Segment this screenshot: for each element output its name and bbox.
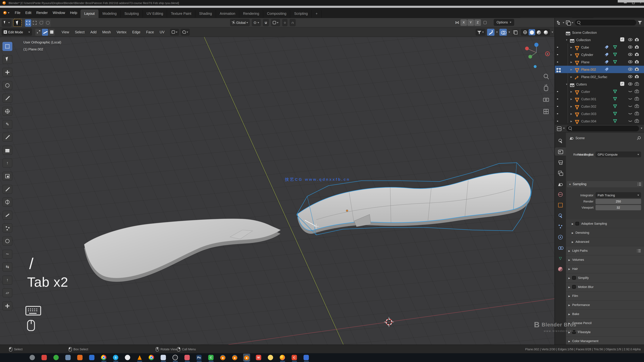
eye-closed-icon[interactable]: [628, 104, 632, 108]
expander-icon[interactable]: ▶: [570, 68, 574, 71]
taskbar-app-icon[interactable]: Ps: [196, 354, 202, 362]
section-checkbox[interactable]: [576, 222, 579, 226]
camera-disabled-icon[interactable]: [634, 111, 639, 116]
panel-section[interactable]: ▶ Performance: [566, 301, 644, 309]
panel-section[interactable]: ▶ Simplify: [566, 274, 644, 282]
panel-section[interactable]: ▶ Adaptive Sampling: [566, 219, 644, 228]
properties-tab[interactable]: [555, 169, 566, 177]
viewport-menu-item[interactable]: Edge: [130, 29, 143, 35]
workspace-tab[interactable]: Compositing: [263, 10, 290, 18]
presets-icon[interactable]: [637, 249, 641, 252]
workspace-tab[interactable]: Texture Paint: [167, 10, 196, 18]
workspace-tab[interactable]: +: [312, 10, 322, 18]
viewport-tool-button[interactable]: [2, 262, 12, 272]
proportional-editing-button[interactable]: ○: [282, 19, 288, 26]
taskbar-app-icon[interactable]: C: [207, 354, 214, 362]
taskbar-app-icon[interactable]: [64, 354, 72, 362]
menu-item[interactable]: Help: [68, 10, 80, 16]
properties-tab[interactable]: [555, 190, 566, 198]
viewport-tool-button[interactable]: [2, 107, 12, 116]
presets-icon[interactable]: [638, 182, 641, 186]
viewport-menu-item[interactable]: Select: [72, 29, 88, 35]
eye-open-icon[interactable]: [628, 67, 632, 72]
workspace-tab[interactable]: Rendering: [239, 10, 263, 18]
camera-disabled-icon[interactable]: [634, 96, 639, 101]
expander-icon[interactable]: ▶: [570, 46, 574, 48]
outliner-row[interactable]: ▶ Plane: [555, 58, 644, 66]
taskbar-app-icon[interactable]: [172, 354, 179, 362]
3d-viewport[interactable]: X: [0, 37, 555, 344]
viewport-tool-button[interactable]: [2, 185, 12, 194]
expander-icon[interactable]: ▼: [566, 39, 570, 41]
expander-icon[interactable]: ▼: [566, 83, 570, 86]
eye-open-icon[interactable]: [628, 60, 632, 64]
taskbar-app-icon[interactable]: [41, 354, 48, 362]
viewport-menu-item[interactable]: Face: [143, 29, 157, 35]
taskbar-app-icon[interactable]: [88, 354, 95, 362]
visibility-dropdown[interactable]: [476, 29, 486, 36]
eye-open-icon[interactable]: [628, 82, 632, 86]
properties-tab[interactable]: [555, 158, 566, 166]
outliner-display-mode-icon[interactable]: [557, 20, 561, 24]
shading-options-icon[interactable]: [552, 32, 553, 33]
outliner-row[interactable]: Scene Collection: [555, 29, 644, 36]
viewport-menu-item[interactable]: UV: [157, 29, 167, 35]
sampling-panel-header[interactable]: ▼ Sampling: [567, 181, 643, 187]
workspace-tab[interactable]: Animation: [216, 10, 239, 18]
properties-tab[interactable]: [555, 137, 566, 145]
panel-section[interactable]: ▶ Bake: [566, 310, 644, 318]
snap-extra-icon[interactable]: [483, 21, 487, 24]
active-tool-dropdown[interactable]: [2, 19, 12, 26]
viewport-menu-item[interactable]: Mesh: [100, 29, 114, 35]
properties-tab[interactable]: [555, 212, 566, 220]
menu-item[interactable]: File: [12, 10, 23, 16]
expander-icon[interactable]: ▶: [570, 105, 574, 108]
eye-open-icon[interactable]: [628, 37, 632, 42]
select-new-button[interactable]: [25, 19, 31, 26]
workspace-tab[interactable]: Layout: [80, 10, 99, 18]
eye-closed-icon[interactable]: [628, 111, 632, 116]
outliner-row[interactable]: ▶ Plane.002_Surfac: [555, 73, 644, 80]
object-name[interactable]: Cutter.002: [581, 104, 596, 108]
properties-tab[interactable]: [555, 201, 566, 209]
panel-section[interactable]: ▶ Freestyle: [566, 328, 644, 336]
camera-visibility-icon[interactable]: [634, 52, 639, 56]
outliner-row[interactable]: ▼ Cutters ✓: [555, 80, 644, 88]
field-dropdown[interactable]: GPU Compute: [596, 152, 641, 157]
outliner-row[interactable]: ▶ Cutter.002: [555, 103, 644, 110]
outliner-row[interactable]: ▼ Collection ✓: [555, 36, 644, 44]
viewport-tool-button[interactable]: [2, 210, 12, 220]
taskbar-app-icon[interactable]: [100, 354, 107, 362]
properties-filter-icon[interactable]: [641, 128, 642, 129]
viewport-tool-button[interactable]: [2, 250, 12, 258]
taskbar-app-icon[interactable]: [136, 354, 143, 362]
options-dropdown[interactable]: Options: [494, 19, 514, 26]
outliner-row[interactable]: ▶ Cutter.001: [555, 95, 644, 103]
panel-section[interactable]: ▶ Advanced: [566, 237, 644, 246]
edge-select-button[interactable]: [42, 28, 48, 36]
taskbar-app-icon[interactable]: [231, 354, 238, 362]
workspace-tab[interactable]: UV Editing: [143, 10, 167, 18]
viewport-menu-item[interactable]: View: [59, 29, 72, 35]
viewport-tool-button[interactable]: [2, 236, 12, 246]
eye-open-icon[interactable]: [628, 74, 632, 79]
eye-closed-icon[interactable]: [628, 96, 632, 101]
select-extend-button[interactable]: [32, 19, 38, 26]
taskbar-app-icon[interactable]: [29, 354, 36, 362]
camera-disabled-icon[interactable]: [634, 89, 639, 94]
object-name[interactable]: Cutter.001: [581, 97, 596, 101]
overlays-options-icon[interactable]: [508, 32, 510, 33]
expander-icon[interactable]: ▶: [570, 112, 574, 115]
properties-tab[interactable]: ▽: [555, 254, 566, 262]
taskbar-app-icon[interactable]: [219, 354, 226, 362]
select-invert-button[interactable]: [45, 19, 51, 26]
outliner-search-input[interactable]: [575, 20, 636, 26]
solid-shading-button[interactable]: [528, 29, 535, 35]
taskbar-app-icon[interactable]: [267, 354, 274, 362]
proportional-falloff-dropdown[interactable]: ∩: [290, 19, 296, 26]
camera-visibility-icon[interactable]: [634, 45, 639, 49]
properties-tab[interactable]: [555, 148, 566, 156]
field-widget[interactable]: Path Tracing: [596, 192, 641, 198]
face-select-button[interactable]: [48, 28, 55, 36]
eye-closed-icon[interactable]: [628, 89, 632, 94]
